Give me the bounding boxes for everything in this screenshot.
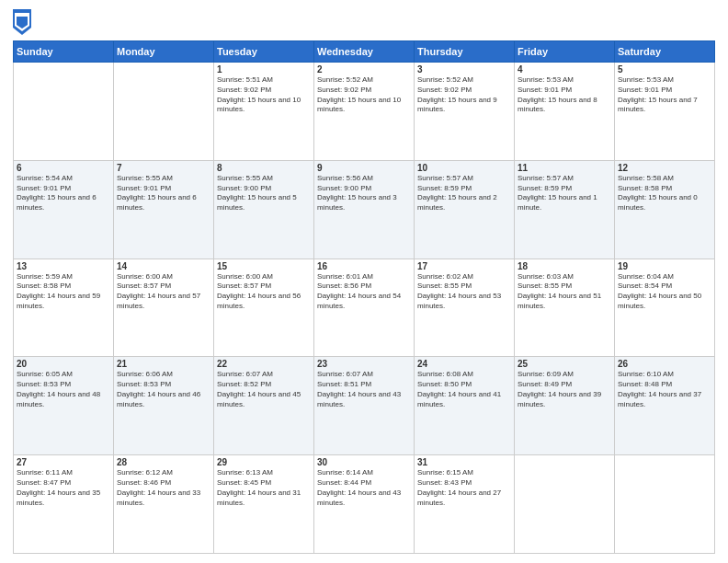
weekday-header: Thursday bbox=[415, 41, 515, 63]
weekday-header: Friday bbox=[515, 41, 615, 63]
calendar-cell: 11Sunrise: 5:57 AM Sunset: 8:59 PM Dayli… bbox=[515, 160, 615, 259]
day-info: Sunrise: 6:01 AM Sunset: 8:56 PM Dayligh… bbox=[317, 272, 411, 312]
day-info: Sunrise: 6:00 AM Sunset: 8:57 PM Dayligh… bbox=[217, 272, 311, 312]
weekday-header: Saturday bbox=[615, 41, 715, 63]
calendar-cell: 8Sunrise: 5:55 AM Sunset: 9:00 PM Daylig… bbox=[214, 160, 314, 259]
logo bbox=[13, 9, 35, 35]
day-info: Sunrise: 5:57 AM Sunset: 8:59 PM Dayligh… bbox=[518, 174, 611, 213]
calendar-week-row: 6Sunrise: 5:54 AM Sunset: 9:01 PM Daylig… bbox=[14, 160, 715, 259]
day-info: Sunrise: 6:07 AM Sunset: 8:51 PM Dayligh… bbox=[317, 370, 411, 409]
calendar-cell: 31Sunrise: 6:15 AM Sunset: 8:43 PM Dayli… bbox=[415, 455, 515, 554]
day-number: 17 bbox=[417, 261, 511, 271]
day-number: 3 bbox=[417, 64, 511, 75]
day-info: Sunrise: 6:11 AM Sunset: 8:47 PM Dayligh… bbox=[17, 468, 110, 508]
day-info: Sunrise: 5:51 AM Sunset: 9:02 PM Dayligh… bbox=[217, 75, 311, 115]
day-number: 19 bbox=[618, 261, 711, 271]
calendar-cell: 25Sunrise: 6:09 AM Sunset: 8:49 PM Dayli… bbox=[515, 357, 615, 455]
calendar-cell: 28Sunrise: 6:12 AM Sunset: 8:46 PM Dayli… bbox=[114, 455, 214, 554]
calendar-cell: 23Sunrise: 6:07 AM Sunset: 8:51 PM Dayli… bbox=[314, 357, 415, 455]
calendar-cell: 12Sunrise: 5:58 AM Sunset: 8:58 PM Dayli… bbox=[615, 160, 715, 259]
day-number: 4 bbox=[518, 64, 611, 75]
day-info: Sunrise: 6:03 AM Sunset: 8:55 PM Dayligh… bbox=[518, 272, 611, 312]
day-info: Sunrise: 5:55 AM Sunset: 9:00 PM Dayligh… bbox=[217, 174, 311, 213]
weekday-header: Monday bbox=[114, 41, 214, 63]
day-number: 25 bbox=[518, 359, 611, 369]
day-number: 30 bbox=[317, 457, 411, 467]
day-info: Sunrise: 6:00 AM Sunset: 8:57 PM Dayligh… bbox=[117, 272, 210, 312]
day-info: Sunrise: 5:54 AM Sunset: 9:01 PM Dayligh… bbox=[17, 174, 110, 213]
calendar-cell bbox=[515, 455, 615, 554]
day-info: Sunrise: 6:07 AM Sunset: 8:52 PM Dayligh… bbox=[217, 370, 311, 409]
day-info: Sunrise: 6:13 AM Sunset: 8:45 PM Dayligh… bbox=[217, 468, 311, 508]
calendar-cell: 10Sunrise: 5:57 AM Sunset: 8:59 PM Dayli… bbox=[415, 160, 515, 259]
calendar-cell bbox=[114, 63, 214, 161]
calendar-cell: 30Sunrise: 6:14 AM Sunset: 8:44 PM Dayli… bbox=[314, 455, 415, 554]
day-info: Sunrise: 6:14 AM Sunset: 8:44 PM Dayligh… bbox=[317, 468, 411, 508]
day-number: 10 bbox=[417, 163, 511, 173]
calendar-cell: 22Sunrise: 6:07 AM Sunset: 8:52 PM Dayli… bbox=[214, 357, 314, 455]
day-number: 27 bbox=[17, 457, 110, 467]
day-info: Sunrise: 6:05 AM Sunset: 8:53 PM Dayligh… bbox=[17, 370, 110, 409]
calendar-cell: 18Sunrise: 6:03 AM Sunset: 8:55 PM Dayli… bbox=[515, 259, 615, 357]
day-info: Sunrise: 6:02 AM Sunset: 8:55 PM Dayligh… bbox=[417, 272, 511, 312]
calendar-cell: 24Sunrise: 6:08 AM Sunset: 8:50 PM Dayli… bbox=[415, 357, 515, 455]
day-number: 6 bbox=[17, 163, 110, 173]
day-number: 23 bbox=[317, 359, 411, 369]
day-number: 9 bbox=[317, 163, 411, 173]
calendar-week-row: 13Sunrise: 5:59 AM Sunset: 8:58 PM Dayli… bbox=[14, 259, 715, 357]
day-number: 22 bbox=[217, 359, 311, 369]
calendar-cell: 13Sunrise: 5:59 AM Sunset: 8:58 PM Dayli… bbox=[14, 259, 114, 357]
calendar-cell: 6Sunrise: 5:54 AM Sunset: 9:01 PM Daylig… bbox=[14, 160, 114, 259]
day-info: Sunrise: 5:52 AM Sunset: 9:02 PM Dayligh… bbox=[417, 75, 511, 115]
day-info: Sunrise: 5:56 AM Sunset: 9:00 PM Dayligh… bbox=[317, 174, 411, 213]
day-number: 24 bbox=[417, 359, 511, 369]
day-info: Sunrise: 5:57 AM Sunset: 8:59 PM Dayligh… bbox=[417, 174, 511, 213]
day-number: 12 bbox=[618, 163, 711, 173]
calendar-cell: 17Sunrise: 6:02 AM Sunset: 8:55 PM Dayli… bbox=[415, 259, 515, 357]
day-number: 14 bbox=[117, 261, 210, 271]
day-info: Sunrise: 6:09 AM Sunset: 8:49 PM Dayligh… bbox=[518, 370, 611, 409]
calendar-cell: 9Sunrise: 5:56 AM Sunset: 9:00 PM Daylig… bbox=[314, 160, 415, 259]
calendar-week-row: 20Sunrise: 6:05 AM Sunset: 8:53 PM Dayli… bbox=[14, 357, 715, 455]
day-number: 15 bbox=[217, 261, 311, 271]
day-number: 5 bbox=[618, 64, 711, 75]
calendar-cell: 1Sunrise: 5:51 AM Sunset: 9:02 PM Daylig… bbox=[214, 63, 314, 161]
calendar-cell: 7Sunrise: 5:55 AM Sunset: 9:01 PM Daylig… bbox=[114, 160, 214, 259]
day-info: Sunrise: 6:12 AM Sunset: 8:46 PM Dayligh… bbox=[117, 468, 210, 508]
calendar-cell: 14Sunrise: 6:00 AM Sunset: 8:57 PM Dayli… bbox=[114, 259, 214, 357]
day-info: Sunrise: 5:59 AM Sunset: 8:58 PM Dayligh… bbox=[17, 272, 110, 312]
day-number: 2 bbox=[317, 64, 411, 75]
day-number: 26 bbox=[618, 359, 711, 369]
calendar-cell: 26Sunrise: 6:10 AM Sunset: 8:48 PM Dayli… bbox=[615, 357, 715, 455]
calendar: SundayMondayTuesdayWednesdayThursdayFrid… bbox=[13, 40, 715, 554]
day-info: Sunrise: 5:53 AM Sunset: 9:01 PM Dayligh… bbox=[618, 75, 711, 115]
weekday-header: Tuesday bbox=[214, 41, 314, 63]
day-number: 28 bbox=[117, 457, 210, 467]
day-number: 13 bbox=[17, 261, 110, 271]
calendar-cell: 4Sunrise: 5:53 AM Sunset: 9:01 PM Daylig… bbox=[515, 63, 615, 161]
calendar-cell: 5Sunrise: 5:53 AM Sunset: 9:01 PM Daylig… bbox=[615, 63, 715, 161]
header bbox=[13, 9, 715, 35]
day-info: Sunrise: 6:15 AM Sunset: 8:43 PM Dayligh… bbox=[417, 468, 511, 508]
day-info: Sunrise: 6:08 AM Sunset: 8:50 PM Dayligh… bbox=[417, 370, 511, 409]
day-number: 20 bbox=[17, 359, 110, 369]
day-number: 29 bbox=[217, 457, 311, 467]
weekday-header: Wednesday bbox=[314, 41, 415, 63]
day-info: Sunrise: 5:55 AM Sunset: 9:01 PM Dayligh… bbox=[117, 174, 210, 213]
day-info: Sunrise: 5:52 AM Sunset: 9:02 PM Dayligh… bbox=[317, 75, 411, 115]
calendar-cell: 20Sunrise: 6:05 AM Sunset: 8:53 PM Dayli… bbox=[14, 357, 114, 455]
page: SundayMondayTuesdayWednesdayThursdayFrid… bbox=[0, 0, 728, 563]
calendar-cell: 27Sunrise: 6:11 AM Sunset: 8:47 PM Dayli… bbox=[14, 455, 114, 554]
weekday-header-row: SundayMondayTuesdayWednesdayThursdayFrid… bbox=[14, 41, 715, 63]
day-number: 16 bbox=[317, 261, 411, 271]
calendar-cell: 3Sunrise: 5:52 AM Sunset: 9:02 PM Daylig… bbox=[415, 63, 515, 161]
day-number: 31 bbox=[417, 457, 511, 467]
logo-icon bbox=[13, 9, 31, 35]
day-number: 7 bbox=[117, 163, 210, 173]
day-number: 1 bbox=[217, 64, 311, 75]
day-number: 18 bbox=[518, 261, 611, 271]
day-info: Sunrise: 6:06 AM Sunset: 8:53 PM Dayligh… bbox=[117, 370, 210, 409]
calendar-week-row: 27Sunrise: 6:11 AM Sunset: 8:47 PM Dayli… bbox=[14, 455, 715, 554]
calendar-cell: 21Sunrise: 6:06 AM Sunset: 8:53 PM Dayli… bbox=[114, 357, 214, 455]
day-number: 11 bbox=[518, 163, 611, 173]
